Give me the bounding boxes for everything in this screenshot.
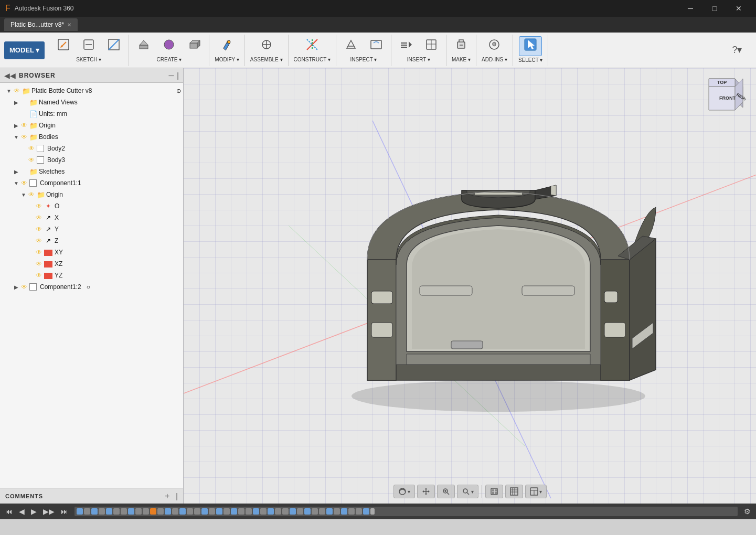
comments-add-button[interactable]: + <box>165 491 169 501</box>
timeline-tick-38[interactable] <box>348 508 355 515</box>
sketch-button[interactable] <box>102 37 125 56</box>
tab-close-button[interactable]: ✕ <box>67 22 71 28</box>
tree-item-units[interactable]: 📄 Units: mm <box>0 108 183 120</box>
zoom-fit-button[interactable] <box>437 485 455 498</box>
anim-step-back-button[interactable]: ◀ <box>17 506 27 517</box>
create-sphere-button[interactable] <box>157 37 180 56</box>
timeline-tick-28[interactable] <box>275 508 281 515</box>
timeline-tick-33[interactable] <box>312 508 318 515</box>
anim-play-button[interactable]: ▶ <box>29 506 39 517</box>
browser-minimize-button[interactable]: ─ <box>168 71 174 80</box>
viewport[interactable]: FRONT RIGHT TOP ▾ <box>184 68 756 504</box>
tree-item-bodies[interactable]: ▼ 👁 📁 Bodies <box>0 131 183 143</box>
timeline-tick-39[interactable] <box>356 508 362 515</box>
tree-item-body2[interactable]: 👁 Body2 <box>0 143 183 154</box>
expander-origin2[interactable]: ▼ <box>20 192 27 198</box>
anim-step-forward-button[interactable]: ▶▶ <box>41 506 57 517</box>
inspect-button[interactable] <box>339 37 363 56</box>
timeline-tick-40[interactable] <box>363 508 369 515</box>
timeline-tick-21[interactable] <box>223 508 230 515</box>
timeline-tick-24[interactable] <box>246 508 252 515</box>
timeline-tick-26[interactable] <box>260 508 267 515</box>
expander-bodies[interactable]: ▼ <box>13 134 20 140</box>
tree-item-comp2[interactable]: ▶ 👁 Component1:2 ○ <box>0 281 183 293</box>
grid-button[interactable] <box>505 485 523 498</box>
timeline-tick-14[interactable] <box>172 508 178 515</box>
tree-item-origin-y[interactable]: 👁 ↗ Y <box>0 223 183 235</box>
timeline-tick-19[interactable] <box>209 508 215 515</box>
create-label-button[interactable]: CREATE ▾ <box>155 56 184 63</box>
close-button[interactable]: ✕ <box>727 0 751 17</box>
timeline-tick-34[interactable] <box>319 508 325 515</box>
timeline-tick-18[interactable] <box>201 508 208 515</box>
expander-root[interactable]: ▼ <box>5 88 13 94</box>
tree-item-origin-xy[interactable]: 👁 XY <box>0 247 183 258</box>
timeline-tick-31[interactable] <box>297 508 303 515</box>
insert-button[interactable] <box>395 37 418 56</box>
timeline-tick-12[interactable] <box>157 508 164 515</box>
maximize-button[interactable]: □ <box>702 0 727 17</box>
animation-timeline[interactable] <box>74 507 738 516</box>
expander-comp1[interactable]: ▼ <box>13 180 20 186</box>
timeline-tick-6[interactable] <box>113 508 120 515</box>
modify-button[interactable] <box>216 37 239 56</box>
timeline-tick-10[interactable] <box>143 508 149 515</box>
timeline-tick-9[interactable] <box>135 508 142 515</box>
orbit-button[interactable]: ▾ <box>393 485 415 498</box>
display-mode-button[interactable] <box>485 485 503 498</box>
browser-expand-button[interactable]: | <box>177 71 179 80</box>
expander-comp2[interactable]: ▶ <box>13 284 20 290</box>
tree-item-root[interactable]: ▼ 👁 📁 Platic Bottle Cutter v8 ⊙ <box>0 85 183 97</box>
tree-item-sketches[interactable]: ▶ 📁 Sketches <box>0 166 183 177</box>
timeline-tick-11[interactable] <box>150 508 156 515</box>
sketch-stop-button[interactable] <box>77 37 100 56</box>
timeline-tick-29[interactable] <box>282 508 289 515</box>
make-label-button[interactable]: MAKE ▾ <box>450 56 473 63</box>
expander-sketches[interactable]: ▶ <box>13 169 20 175</box>
assemble-label-button[interactable]: ASSEMBLE ▾ <box>248 56 285 63</box>
inspect2-button[interactable] <box>365 37 388 56</box>
timeline-tick-30[interactable] <box>290 508 296 515</box>
timeline-tick-22[interactable] <box>231 508 237 515</box>
timeline-tick-37[interactable] <box>341 508 347 515</box>
timeline-tick-35[interactable] <box>326 508 333 515</box>
select-label-button[interactable]: SELECT ▾ <box>516 56 545 64</box>
nav-cube[interactable]: FRONT RIGHT TOP <box>698 73 751 126</box>
panel-button[interactable]: ▾ <box>525 485 547 498</box>
timeline-tick-13[interactable] <box>165 508 171 515</box>
insert-label-button[interactable]: INSERT ▾ <box>405 56 432 63</box>
timeline-tick-15[interactable] <box>179 508 186 515</box>
minimize-button[interactable]: ─ <box>678 0 702 17</box>
timeline-tick-1[interactable] <box>77 508 83 515</box>
expander-origin1[interactable]: ▶ <box>13 123 20 129</box>
timeline-tick-32[interactable] <box>304 508 311 515</box>
root-target-icon[interactable]: ⊙ <box>176 88 181 94</box>
comments-expand-button[interactable]: | <box>176 492 178 500</box>
tree-item-origin-z[interactable]: 👁 ↗ Z <box>0 235 183 247</box>
sketch-create-button[interactable] <box>52 37 75 56</box>
timeline-tick-41[interactable] <box>370 508 375 515</box>
timeline-tick-3[interactable] <box>91 508 98 515</box>
timeline-tick-8[interactable] <box>128 508 134 515</box>
make-button[interactable] <box>450 37 473 56</box>
tree-item-origin-x[interactable]: 👁 ↗ X <box>0 212 183 223</box>
active-tab[interactable]: Platic Bo...utter v8* ✕ <box>4 18 78 31</box>
addins-button[interactable] <box>483 37 506 56</box>
create-extrude-button[interactable] <box>132 37 155 56</box>
insert2-button[interactable] <box>420 37 443 56</box>
select-button[interactable] <box>519 36 542 56</box>
modify-label-button[interactable]: MODIFY ▾ <box>212 56 241 63</box>
timeline-tick-7[interactable] <box>121 508 127 515</box>
timeline-tick-20[interactable] <box>216 508 222 515</box>
timeline-tick-17[interactable] <box>194 508 200 515</box>
tree-item-origin1[interactable]: ▶ 👁 📁 Origin <box>0 120 183 131</box>
timeline-tick-5[interactable] <box>106 508 112 515</box>
tree-item-origin-yz[interactable]: 👁 YZ <box>0 270 183 281</box>
tree-item-origin-xz[interactable]: 👁 XZ <box>0 258 183 270</box>
sketch-label-button[interactable]: SKETCH ▾ <box>74 56 103 63</box>
tree-item-origin2[interactable]: ▼ 👁 📁 Origin <box>0 189 183 200</box>
timeline-tick-27[interactable] <box>268 508 274 515</box>
model-workspace-button[interactable]: MODEL ▾ <box>4 41 45 59</box>
construct-label-button[interactable]: CONSTRUCT ▾ <box>292 56 333 63</box>
zoom-button[interactable]: ▾ <box>457 485 478 498</box>
